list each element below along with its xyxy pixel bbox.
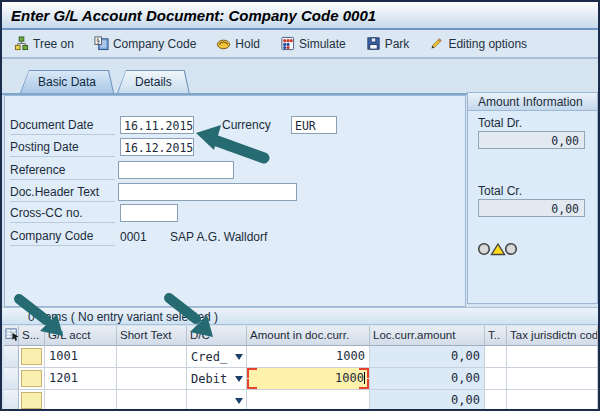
loc-curr-amount-cell: 0,00 (370, 368, 485, 390)
total-cr-label: Total Cr. (478, 184, 522, 198)
items-table: S... G/L acct Short Text D/C Amount in d… (4, 326, 598, 411)
tax-code-cell[interactable] (485, 368, 507, 390)
tab-basic-data[interactable]: Basic Data (20, 70, 114, 93)
gl-acct-column-header[interactable]: G/L acct (45, 326, 117, 346)
simulate-icon (280, 36, 295, 51)
amount-doc-curr-column-header[interactable]: Amount in doc.curr. (247, 326, 370, 346)
row-selector[interactable] (4, 346, 19, 368)
doc-header-text-label: Doc.Header Text (10, 185, 115, 202)
total-dr-label: Total Dr. (478, 116, 522, 130)
status-column-header[interactable]: S... (19, 326, 45, 346)
tax-jurisdiction-cell[interactable] (507, 390, 598, 411)
tax-jurisdiction-cell[interactable] (507, 346, 598, 368)
chevron-down-icon[interactable] (235, 398, 243, 404)
reference-field[interactable] (118, 161, 234, 179)
tab-details-label: Details (135, 75, 172, 89)
selection-corner (247, 379, 257, 389)
loc-curr-amount-cell: 0,00 (370, 390, 485, 411)
company-name-value: SAP A.G. Walldorf (170, 230, 267, 244)
company-code-value: 0001 (120, 230, 147, 244)
dc-cell[interactable]: Cred_ (187, 346, 247, 368)
park-button[interactable]: Park (366, 36, 410, 51)
tax-jurisdiction-cell[interactable] (507, 368, 598, 390)
total-dr-field: 0,00 (478, 131, 585, 149)
park-icon (366, 36, 381, 51)
dc-value: Debit (191, 372, 227, 386)
document-date-label: Document Date (10, 118, 115, 135)
reference-label: Reference (10, 163, 115, 180)
gl-acct-cell[interactable] (45, 390, 117, 411)
amount-information-title: Amount Information (468, 93, 597, 111)
table-settings-button[interactable] (4, 326, 19, 346)
tax-code-cell[interactable] (485, 346, 507, 368)
document-date-field[interactable]: 16.11.2015 (120, 116, 194, 134)
status-cell[interactable] (19, 368, 45, 390)
row-selector[interactable] (4, 368, 19, 390)
chevron-down-icon[interactable] (235, 376, 243, 382)
short-text-cell[interactable] (117, 368, 187, 390)
table-grid-icon (5, 328, 19, 342)
editing-options-button[interactable]: Editing options (429, 36, 527, 51)
simulate-button[interactable]: Simulate (280, 36, 346, 51)
tax-code-column-header[interactable]: T.. (485, 326, 507, 346)
tab-details[interactable]: Details (117, 70, 190, 93)
selection-corner (247, 368, 257, 378)
tree-on-button[interactable]: Tree on (14, 36, 74, 51)
tab-strip: Basic Data Details (20, 70, 190, 93)
items-summary-text: 0 Items ( No entry variant selected ) (28, 310, 218, 324)
row-selector[interactable] (4, 390, 19, 411)
dc-cell[interactable] (187, 390, 247, 411)
posting-date-field[interactable]: 16.12.2015 (120, 138, 194, 156)
loc-curr-amount-cell: 0,00 (370, 346, 485, 368)
company-code-label: Company Code (113, 37, 196, 51)
gl-acct-cell[interactable]: 1001 (45, 346, 117, 368)
amount-doc-curr-cell[interactable]: 1000 (247, 346, 370, 368)
status-cell[interactable] (19, 346, 45, 368)
warning-triangle-icon (492, 244, 505, 255)
dc-column-header[interactable]: D/C (187, 326, 247, 346)
dc-cell[interactable]: Debit (187, 368, 247, 390)
selection-corner (359, 368, 369, 378)
items-summary-bar: 0 Items ( No entry variant selected ) (2, 307, 598, 325)
total-cr-field: 0,00 (478, 199, 585, 217)
doc-header-text-field[interactable] (118, 183, 297, 201)
short-text-cell[interactable] (117, 390, 187, 411)
page-title: Enter G/L Account Document: Company Code… (11, 7, 376, 24)
status-cell[interactable] (19, 390, 45, 411)
amount-doc-curr-cell[interactable] (247, 390, 370, 411)
selection-corner (359, 379, 369, 389)
tree-icon (14, 36, 29, 51)
tax-jurisdiction-column-header[interactable]: Tax jurisdictn code (507, 326, 598, 346)
simulate-label: Simulate (299, 37, 346, 51)
currency-label: Currency (222, 118, 282, 134)
short-text-cell[interactable] (117, 346, 187, 368)
pencil-icon (429, 36, 444, 51)
title-bar: Enter G/L Account Document: Company Code… (2, 2, 598, 30)
company-code-button[interactable]: § Company Code (94, 36, 196, 51)
sap-window: Enter G/L Account Document: Company Code… (0, 0, 600, 411)
tab-basic-data-label: Basic Data (38, 75, 96, 89)
chevron-down-icon[interactable] (235, 354, 243, 360)
tree-on-label: Tree on (33, 37, 74, 51)
hold-button[interactable]: Hold (216, 36, 260, 51)
currency-field[interactable]: EUR (291, 116, 337, 134)
cross-cc-field[interactable] (120, 204, 178, 222)
loc-curr-amount-column-header[interactable]: Loc.curr.amount (370, 326, 485, 346)
short-text-column-header[interactable]: Short Text (117, 326, 187, 346)
tax-code-cell[interactable] (485, 390, 507, 411)
basic-data-panel: Document Date 16.11.2015 Currency EUR Po… (4, 95, 466, 307)
balance-status-icons (476, 241, 522, 261)
company-code-icon: § (94, 36, 109, 51)
dc-value: Cred_ (191, 350, 227, 364)
status-light-icon (506, 244, 517, 255)
status-box (21, 348, 42, 365)
editing-options-label: Editing options (448, 37, 527, 51)
gl-acct-cell[interactable]: 1201 (45, 368, 117, 390)
amount-doc-curr-cell-selected[interactable]: 1000 (247, 368, 370, 390)
hold-label: Hold (235, 37, 260, 51)
amount-information-panel: Amount Information Total Dr. 0,00 Total … (467, 92, 598, 304)
application-toolbar: Tree on § Company Code Hold (2, 30, 598, 59)
park-label: Park (385, 37, 410, 51)
posting-date-label: Posting Date (10, 140, 115, 157)
status-box (21, 370, 42, 387)
